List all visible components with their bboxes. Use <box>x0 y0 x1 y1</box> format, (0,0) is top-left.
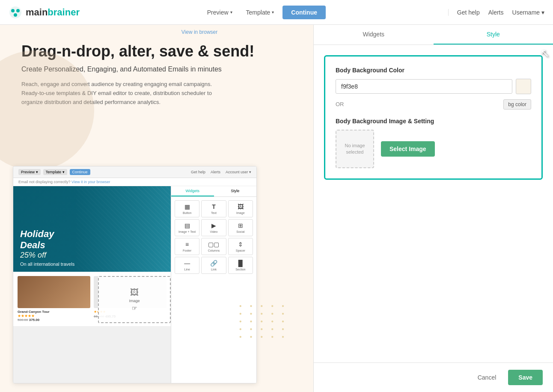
widget-footer[interactable]: ≡Footer <box>175 238 199 255</box>
widget-tabs: Widgets Style <box>171 186 256 197</box>
widget-tab-style[interactable]: Style <box>214 186 257 196</box>
product-1-image <box>18 276 90 308</box>
logo[interactable]: mainbrainer <box>9 6 80 19</box>
widget-text[interactable]: TText <box>201 200 226 217</box>
widget-text-icon: T <box>212 203 216 210</box>
screenshot-get-help: Get help <box>191 170 205 174</box>
screenshot-email: Holiday Deals 25% off On all internation… <box>13 186 171 383</box>
banner-title2: Deals <box>20 240 74 251</box>
left-area: Drag-n-drop, alter, save & send! Create … <box>0 25 313 392</box>
username-arrow-icon: ▾ <box>541 9 544 16</box>
widget-section[interactable]: █Section <box>228 257 253 274</box>
preview-arrow-icon: ▾ <box>230 10 232 15</box>
bg-color-label: Body Background Color <box>336 67 531 74</box>
widget-grid: ▦Button TText 🖼Image ▤Image + Text ▶Vide… <box>171 197 256 277</box>
screenshot-nav: Preview ▾ Template ▾ Continue <box>18 169 90 175</box>
preview-nav-button[interactable]: Preview ▾ <box>202 6 238 18</box>
tab-style[interactable]: Style <box>434 25 553 45</box>
screenshot-alerts: Alerts <box>211 170 220 174</box>
widget-tab-widgets[interactable]: Widgets <box>171 186 214 196</box>
widget-button-icon: ▦ <box>184 203 190 210</box>
view-in-browser-link[interactable]: View in browser <box>86 25 313 39</box>
widget-social-icon: ⊞ <box>238 222 243 229</box>
svg-point-1 <box>11 9 15 12</box>
decorative-dots: ● ● ● ● ●● ● ● ● ●● ● ● ● ●● ● ● ● ●● ● … <box>239 302 288 341</box>
banner-title: Holiday <box>20 229 74 240</box>
drag-placeholder: 🖼 Image ☞ <box>98 276 171 323</box>
email-banner-text: Holiday Deals 25% off On all internation… <box>20 229 74 267</box>
widget-spacer-icon: ⇕ <box>238 241 243 248</box>
color-swatch[interactable] <box>516 79 531 94</box>
product-card-2: ★★★★ 661.00 495.75 🖼 Image ☞ <box>94 276 166 322</box>
logo-text: mainbrainer <box>26 7 80 18</box>
panel-tabs: Widgets Style <box>314 25 553 45</box>
widget-button[interactable]: ▦Button <box>175 200 199 217</box>
template-arrow-icon: ▾ <box>272 10 274 15</box>
screenshot-continue-btn[interactable]: Continue <box>70 169 90 175</box>
alerts-button[interactable]: Alerts <box>488 9 504 16</box>
nav-center: Preview ▾ Template ▾ Continue <box>202 6 326 19</box>
widget-image-icon: 🖼 <box>238 203 244 210</box>
widget-line[interactable]: —Line <box>175 257 199 274</box>
widget-video-icon: ▶ <box>211 222 216 229</box>
screenshot-header: Preview ▾ Template ▾ Continue Get help A… <box>13 166 256 178</box>
screenshot-template-btn[interactable]: Template ▾ <box>43 169 67 175</box>
bg-color-button[interactable]: bg color <box>503 99 531 110</box>
products-row: Grand Canyon Tour ★★★★★ 500.00 375.00 <box>13 272 171 326</box>
bg-color-input[interactable] <box>336 79 512 94</box>
style-panel: ↖ Body Background Color OR bg color Body… <box>314 45 553 362</box>
drag-image-icon: 🖼 <box>130 288 139 297</box>
banner-subtitle: On all international travels <box>20 261 74 267</box>
panel-actions: Cancel Save <box>314 362 553 392</box>
no-image-box: No image selected <box>336 130 374 168</box>
screenshot-account: Account user ▾ <box>226 170 251 174</box>
widget-line-icon: — <box>184 260 190 267</box>
product-1-stars: ★★★★★ <box>18 314 90 318</box>
template-nav-button[interactable]: Template ▾ <box>241 6 279 18</box>
product-card-1: Grand Canyon Tour ★★★★★ 500.00 375.00 <box>18 276 90 322</box>
svg-point-2 <box>16 9 20 12</box>
main-content: Drag-n-drop, alter, save & send! Create … <box>0 25 553 392</box>
email-banner: Holiday Deals 25% off On all internation… <box>13 186 171 272</box>
cursor-arrow-icon: ↖ <box>540 47 550 60</box>
tab-widgets[interactable]: Widgets <box>314 25 434 45</box>
widget-social[interactable]: ⊞Social <box>228 219 253 236</box>
nav-right: Get help Alerts Username ▾ <box>448 9 544 16</box>
or-text: OR <box>336 101 344 107</box>
style-box: Body Background Color OR bg color Body B… <box>324 55 543 180</box>
bg-image-label: Body Background Image & Setting <box>336 118 531 125</box>
widget-spacer[interactable]: ⇕Spacer <box>228 238 253 255</box>
app-header: mainbrainer Preview ▾ Template ▾ Continu… <box>0 0 553 25</box>
widget-columns[interactable]: ▢▢Columns <box>201 238 226 255</box>
no-image-text: No image selected <box>336 143 373 156</box>
widget-video[interactable]: ▶Video <box>201 219 226 236</box>
screenshot-preview-btn[interactable]: Preview ▾ <box>18 169 41 175</box>
widget-section-icon: █ <box>238 260 243 267</box>
preview-screenshot: Preview ▾ Template ▾ Continue Get help A… <box>13 166 257 383</box>
continue-button[interactable]: Continue <box>282 6 326 19</box>
widget-link[interactable]: 🔗Link <box>201 257 226 274</box>
widget-columns-icon: ▢▢ <box>208 241 219 248</box>
drag-cursor-icon: ☞ <box>132 305 137 312</box>
svg-point-3 <box>14 13 17 17</box>
widget-image-text[interactable]: ▤Image + Text <box>175 219 199 236</box>
screenshot-alert: Email not displaying correctly? View it … <box>13 178 256 186</box>
widget-link-icon: 🔗 <box>210 260 217 267</box>
drag-image-label: Image <box>129 299 140 303</box>
widget-image-text-icon: ▤ <box>184 222 190 229</box>
logo-icon <box>9 6 22 19</box>
screenshot-body: Holiday Deals 25% off On all internation… <box>13 186 256 383</box>
widget-image[interactable]: 🖼Image <box>228 200 253 217</box>
save-button[interactable]: Save <box>508 370 543 385</box>
select-image-button[interactable]: Select Image <box>381 141 435 157</box>
banner-discount: 25% off <box>20 251 74 260</box>
color-input-row <box>336 79 531 94</box>
widget-footer-icon: ≡ <box>185 241 189 248</box>
product-1-title: Grand Canyon Tour <box>18 310 90 314</box>
screenshot-widgets: Widgets Style ▦Button TText 🖼Image ▤Imag… <box>171 186 256 383</box>
username-button[interactable]: Username ▾ <box>512 9 544 16</box>
right-panel: Widgets Style ↖ Body Background Color OR… <box>313 25 553 392</box>
product-1-price: 500.00 375.00 <box>18 318 90 322</box>
cancel-button[interactable]: Cancel <box>471 370 503 385</box>
get-help-button[interactable]: Get help <box>457 9 480 16</box>
